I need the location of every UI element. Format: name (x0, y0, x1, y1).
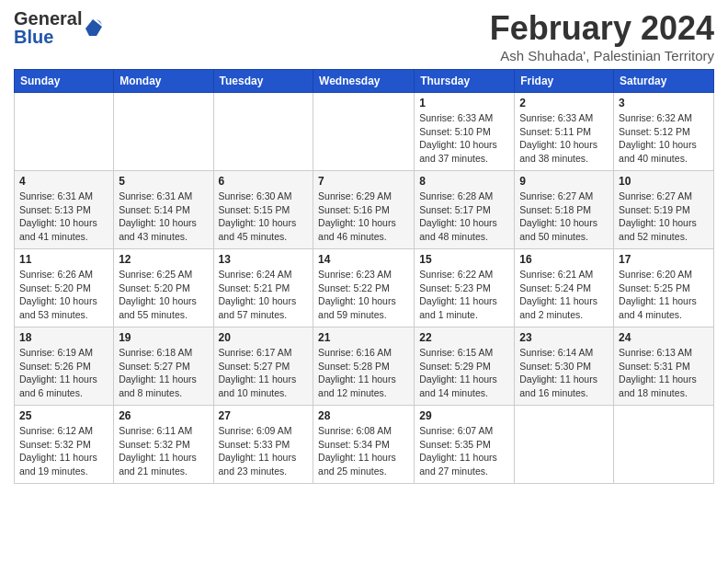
day-info: Sunrise: 6:19 AMSunset: 5:26 PMDaylight:… (19, 346, 108, 400)
calendar-cell: 11Sunrise: 6:26 AMSunset: 5:20 PMDayligh… (15, 249, 114, 327)
day-info: Sunrise: 6:26 AMSunset: 5:20 PMDaylight:… (19, 268, 108, 322)
calendar-cell (614, 406, 714, 484)
day-info: Sunrise: 6:20 AMSunset: 5:25 PMDaylight:… (619, 268, 709, 322)
calendar-cell: 3Sunrise: 6:32 AMSunset: 5:12 PMDaylight… (614, 93, 714, 171)
day-number: 4 (19, 175, 108, 188)
month-title: February 2024 (490, 9, 714, 48)
location-title: Ash Shuhada', Palestinian Territory (490, 48, 714, 63)
day-number: 22 (419, 331, 509, 344)
day-number: 5 (119, 175, 208, 188)
day-number: 12 (119, 253, 208, 266)
day-number: 7 (318, 175, 409, 188)
logo-general: General (14, 9, 82, 28)
calendar-cell: 15Sunrise: 6:22 AMSunset: 5:23 PMDayligh… (415, 249, 515, 327)
weekday-header-tuesday: Tuesday (213, 70, 313, 93)
day-number: 10 (619, 175, 709, 188)
calendar-cell: 23Sunrise: 6:14 AMSunset: 5:30 PMDayligh… (515, 327, 614, 406)
day-info: Sunrise: 6:17 AMSunset: 5:27 PMDaylight:… (219, 346, 309, 400)
day-number: 29 (419, 409, 509, 422)
page-header: General Blue February 2024 Ash Shuhada',… (14, 9, 714, 63)
day-info: Sunrise: 6:23 AMSunset: 5:22 PMDaylight:… (318, 268, 409, 322)
calendar-cell: 6Sunrise: 6:30 AMSunset: 5:15 PMDaylight… (213, 171, 313, 249)
day-number: 21 (318, 331, 409, 344)
weekday-header-sunday: Sunday (15, 70, 114, 93)
calendar-cell: 1Sunrise: 6:33 AMSunset: 5:10 PMDaylight… (415, 93, 515, 171)
day-info: Sunrise: 6:09 AMSunset: 5:33 PMDaylight:… (219, 424, 309, 478)
day-info: Sunrise: 6:16 AMSunset: 5:28 PMDaylight:… (318, 346, 409, 400)
day-number: 15 (419, 253, 509, 266)
calendar-cell: 5Sunrise: 6:31 AMSunset: 5:14 PMDaylight… (114, 171, 213, 249)
calendar-cell (313, 93, 415, 171)
logo-blue: Blue (14, 28, 82, 46)
day-info: Sunrise: 6:21 AMSunset: 5:24 PMDaylight:… (519, 268, 609, 322)
day-info: Sunrise: 6:24 AMSunset: 5:21 PMDaylight:… (219, 268, 309, 322)
day-info: Sunrise: 6:22 AMSunset: 5:23 PMDaylight:… (419, 268, 509, 322)
calendar-cell (515, 406, 614, 484)
day-info: Sunrise: 6:11 AMSunset: 5:32 PMDaylight:… (119, 424, 208, 478)
calendar-cell: 27Sunrise: 6:09 AMSunset: 5:33 PMDayligh… (213, 406, 313, 484)
weekday-header-wednesday: Wednesday (313, 70, 415, 93)
day-number: 3 (619, 97, 709, 109)
day-number: 14 (318, 253, 409, 266)
calendar-cell: 29Sunrise: 6:07 AMSunset: 5:35 PMDayligh… (415, 406, 515, 484)
day-number: 16 (519, 253, 609, 266)
day-info: Sunrise: 6:33 AMSunset: 5:11 PMDaylight:… (519, 111, 609, 166)
calendar-cell: 2Sunrise: 6:33 AMSunset: 5:11 PMDaylight… (515, 93, 614, 171)
calendar-cell: 26Sunrise: 6:11 AMSunset: 5:32 PMDayligh… (114, 406, 213, 484)
calendar-cell: 22Sunrise: 6:15 AMSunset: 5:29 PMDayligh… (415, 327, 515, 406)
calendar-cell: 13Sunrise: 6:24 AMSunset: 5:21 PMDayligh… (213, 249, 313, 327)
day-info: Sunrise: 6:18 AMSunset: 5:27 PMDaylight:… (119, 346, 208, 400)
day-info: Sunrise: 6:12 AMSunset: 5:32 PMDaylight:… (19, 424, 108, 478)
calendar-cell: 17Sunrise: 6:20 AMSunset: 5:25 PMDayligh… (614, 249, 714, 327)
calendar-cell: 4Sunrise: 6:31 AMSunset: 5:13 PMDaylight… (15, 171, 114, 249)
calendar-cell: 14Sunrise: 6:23 AMSunset: 5:22 PMDayligh… (313, 249, 415, 327)
day-info: Sunrise: 6:25 AMSunset: 5:20 PMDaylight:… (119, 268, 208, 322)
day-info: Sunrise: 6:28 AMSunset: 5:17 PMDaylight:… (419, 190, 509, 244)
calendar-cell: 7Sunrise: 6:29 AMSunset: 5:16 PMDaylight… (313, 171, 415, 249)
calendar-table: SundayMondayTuesdayWednesdayThursdayFrid… (14, 69, 714, 484)
day-number: 17 (619, 253, 709, 266)
logo-icon (84, 17, 104, 38)
calendar-cell (15, 93, 114, 171)
day-number: 11 (19, 253, 108, 266)
calendar-cell (114, 93, 213, 171)
day-number: 28 (318, 409, 409, 422)
calendar-cell: 10Sunrise: 6:27 AMSunset: 5:19 PMDayligh… (614, 171, 714, 249)
day-number: 27 (219, 409, 309, 422)
day-number: 25 (19, 409, 108, 422)
day-number: 2 (519, 97, 609, 109)
day-info: Sunrise: 6:07 AMSunset: 5:35 PMDaylight:… (419, 424, 509, 478)
day-info: Sunrise: 6:32 AMSunset: 5:12 PMDaylight:… (619, 111, 709, 166)
calendar-cell: 12Sunrise: 6:25 AMSunset: 5:20 PMDayligh… (114, 249, 213, 327)
calendar-cell: 18Sunrise: 6:19 AMSunset: 5:26 PMDayligh… (15, 327, 114, 406)
calendar-cell: 16Sunrise: 6:21 AMSunset: 5:24 PMDayligh… (515, 249, 614, 327)
day-info: Sunrise: 6:29 AMSunset: 5:16 PMDaylight:… (318, 190, 409, 244)
day-info: Sunrise: 6:31 AMSunset: 5:14 PMDaylight:… (119, 190, 208, 244)
calendar-cell (213, 93, 313, 171)
weekday-header-saturday: Saturday (614, 70, 714, 93)
weekday-header-monday: Monday (114, 70, 213, 93)
day-number: 26 (119, 409, 208, 422)
calendar-cell: 9Sunrise: 6:27 AMSunset: 5:18 PMDaylight… (515, 171, 614, 249)
day-info: Sunrise: 6:33 AMSunset: 5:10 PMDaylight:… (419, 111, 509, 166)
calendar-cell: 24Sunrise: 6:13 AMSunset: 5:31 PMDayligh… (614, 327, 714, 406)
title-area: February 2024 Ash Shuhada', Palestinian … (490, 9, 714, 63)
day-number: 23 (519, 331, 609, 344)
day-info: Sunrise: 6:27 AMSunset: 5:18 PMDaylight:… (519, 190, 609, 244)
day-info: Sunrise: 6:15 AMSunset: 5:29 PMDaylight:… (419, 346, 509, 400)
calendar-cell: 28Sunrise: 6:08 AMSunset: 5:34 PMDayligh… (313, 406, 415, 484)
day-number: 9 (519, 175, 609, 188)
day-info: Sunrise: 6:08 AMSunset: 5:34 PMDaylight:… (318, 424, 409, 478)
day-number: 8 (419, 175, 509, 188)
calendar-cell: 8Sunrise: 6:28 AMSunset: 5:17 PMDaylight… (415, 171, 515, 249)
day-number: 24 (619, 331, 709, 344)
day-info: Sunrise: 6:31 AMSunset: 5:13 PMDaylight:… (19, 190, 108, 244)
day-number: 13 (219, 253, 309, 266)
weekday-header-thursday: Thursday (415, 70, 515, 93)
logo: General Blue (14, 9, 104, 46)
calendar-cell: 25Sunrise: 6:12 AMSunset: 5:32 PMDayligh… (15, 406, 114, 484)
day-info: Sunrise: 6:27 AMSunset: 5:19 PMDaylight:… (619, 190, 709, 244)
day-number: 6 (219, 175, 309, 188)
calendar-cell: 20Sunrise: 6:17 AMSunset: 5:27 PMDayligh… (213, 327, 313, 406)
day-number: 20 (219, 331, 309, 344)
